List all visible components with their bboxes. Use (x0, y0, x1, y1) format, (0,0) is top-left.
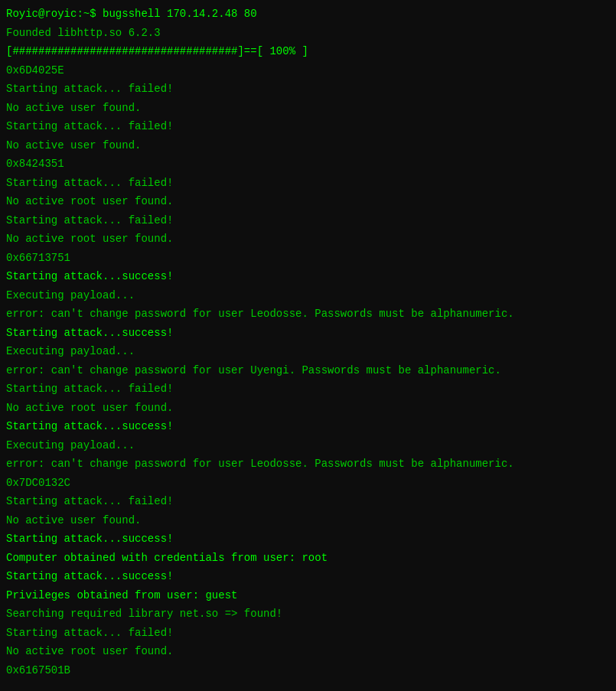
terminal-line: 0x6D4025E (6, 61, 610, 80)
terminal-line: Starting attack...success! (6, 267, 610, 286)
terminal-line: No active user found. (6, 99, 610, 118)
terminal-line: No active root user found. (6, 399, 610, 418)
terminal-line: No active root user found. (6, 642, 610, 661)
terminal-line: Starting attack... failed! (6, 117, 610, 136)
terminal-line: 0x7DC0132C (6, 474, 610, 493)
terminal-line: Executing payload... (6, 286, 610, 305)
terminal-line: No active root user found. (6, 192, 610, 211)
terminal-line: Executing payload... (6, 342, 610, 361)
terminal-line: error: can't change password for user Le… (6, 455, 610, 474)
terminal-line: No active root user found. (6, 230, 610, 249)
terminal-line: Royic@royic:~$ bugsshell 170.14.2.48 80 (6, 5, 610, 24)
terminal-line: Starting attack...success! (6, 417, 610, 436)
terminal-line: Starting attack... failed! (6, 380, 610, 399)
terminal-line: Starting attack... failed! (6, 174, 610, 193)
terminal-line: Starting attack... failed! (6, 211, 610, 230)
terminal-line: Executing payload... (6, 436, 610, 455)
terminal-line: 0x6167501B (6, 661, 610, 680)
terminal-line: error: can't change password for user Le… (6, 305, 610, 324)
terminal-line: Starting attack...success! (6, 567, 610, 586)
terminal-window: Royic@royic:~$ bugsshell 170.14.2.48 80F… (0, 0, 616, 691)
terminal-line: Starting attack...success! (6, 530, 610, 549)
terminal-line: Starting attack...success! (6, 324, 610, 343)
terminal-line: Starting attack... failed! (6, 624, 610, 643)
terminal-line: Founded libhttp.so 6.2.3 (6, 24, 610, 43)
terminal-line: Privileges obtained from user: guest (6, 586, 610, 605)
terminal-line: error: can't change password for user Uy… (6, 361, 610, 380)
terminal-line: Searching required library net.so => fou… (6, 605, 610, 624)
terminal-line: No active user found. (6, 136, 610, 155)
terminal-line: No active user found. (6, 511, 610, 530)
terminal-line: 0x8424351 (6, 155, 610, 174)
terminal-line: [###################################]==[… (6, 42, 610, 61)
terminal-line: Computer obtained with credentials from … (6, 549, 610, 568)
terminal-line: Starting attack... failed! (6, 80, 610, 99)
terminal-line: Starting attack... failed! (6, 492, 610, 511)
terminal-line: 0x66713751 (6, 249, 610, 268)
